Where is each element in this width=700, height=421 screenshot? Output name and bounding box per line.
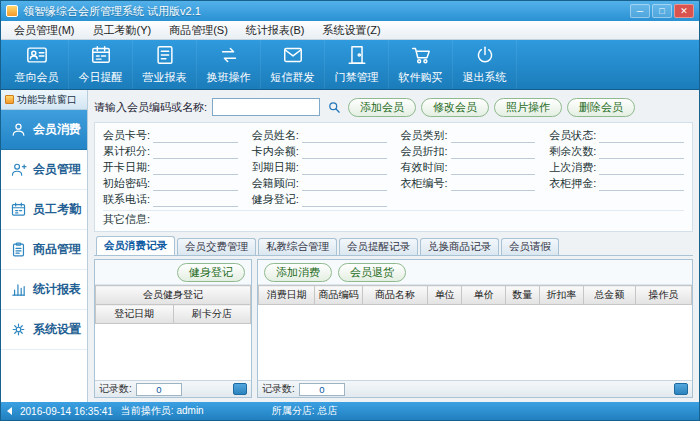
sidebar-item-goods-manage[interactable]: 商品管理 [1, 230, 87, 270]
field-label: 会员姓名: [252, 128, 299, 143]
last-consume-field: 上次消费: [549, 159, 684, 175]
sidebar: 功能导航窗口 会员消费 会员管理 员工考勤 商品管理 统计报表 [1, 90, 88, 402]
field-label: 会员折扣: [401, 144, 448, 159]
field-label: 衣柜押金: [549, 176, 596, 191]
field-label: 会员状态: [549, 128, 596, 143]
member-category-field: 会员类别: [401, 127, 536, 143]
app-window: 领智缘综合会所管理系统 试用版v2.1 ─ □ ✕ 会员管理(M) 员工考勤(Y… [0, 0, 700, 421]
toolbar-exit-system[interactable]: 退出系统 [453, 40, 517, 89]
toolbar-software-purchase[interactable]: 软件购买 [389, 40, 453, 89]
record-panels: 健身登记 会员健身登记 登记日期 刷卡分店 记录数: 0 [94, 256, 693, 398]
col-quantity[interactable]: 数量 [505, 286, 540, 305]
status-operator-label: 当前操作员: [121, 405, 174, 416]
photo-operation-button[interactable]: 照片操作 [494, 98, 562, 117]
status-operator: 当前操作员: admin [121, 404, 204, 418]
maximize-button[interactable]: □ [652, 4, 672, 18]
record-count-value: 0 [299, 383, 345, 396]
edit-member-button[interactable]: 修改会员 [421, 98, 489, 117]
tab-payment-manage[interactable]: 会员交费管理 [177, 238, 256, 255]
toolbar-today-reminder[interactable]: 今日提醒 [69, 40, 133, 89]
delete-member-button[interactable]: 删除会员 [567, 98, 635, 117]
tab-consume-records[interactable]: 会员消费记录 [96, 236, 175, 255]
field-label: 联系电话: [103, 192, 150, 207]
field-value [302, 178, 387, 191]
col-discount-rate[interactable]: 折扣率 [540, 286, 583, 305]
member-refund-button[interactable]: 会员退货 [338, 263, 406, 282]
status-nav-icon[interactable] [7, 407, 12, 415]
locker-no-field: 衣柜编号: [401, 175, 536, 191]
nav-label: 员工考勤 [33, 201, 81, 218]
sidebar-item-member-manage[interactable]: 会员管理 [1, 150, 87, 190]
field-value [153, 162, 238, 175]
menu-goods-manage[interactable]: 商品管理(S) [160, 21, 237, 39]
tab-exchange-goods-records[interactable]: 兑换商品记录 [420, 238, 499, 255]
close-button[interactable]: ✕ [674, 4, 694, 18]
sidebar-item-stats-report[interactable]: 统计报表 [1, 270, 87, 310]
col-operator[interactable]: 操作员 [635, 286, 691, 305]
toolbar-label: 门禁管理 [335, 70, 379, 85]
sms-broadcast-icon [282, 44, 304, 68]
col-checkin-branch[interactable]: 刷卡分店 [173, 305, 251, 324]
consume-panel: 添加消费 会员退货 消费日期 商品编码 商品名称 单位 [257, 259, 693, 398]
record-count-label: 记录数: [99, 382, 132, 396]
main-toolbar: 意向会员 今日提醒 营业报表 换班操作 短信群发 门禁管理 软件购买 退出系统 [1, 40, 699, 90]
pager-chip-icon[interactable] [233, 383, 247, 395]
field-label: 初始密码: [103, 176, 150, 191]
member-info-grid: 会员卡号: 会员姓名: 会员类别: 会员状态: 累计积分: 卡内余额: 会员折扣… [103, 127, 684, 207]
field-label: 累计积分: [103, 144, 150, 159]
toolbar-intent-member[interactable]: 意向会员 [5, 40, 69, 89]
field-label: 其它信息: [103, 212, 150, 227]
checkin-table-body [95, 324, 251, 380]
today-reminder-icon [90, 44, 112, 68]
add-member-button[interactable]: 添加会员 [348, 98, 416, 117]
consume-panel-toolbar: 添加消费 会员退货 [258, 260, 692, 285]
sidebar-item-staff-attendance[interactable]: 员工考勤 [1, 190, 87, 230]
field-value [302, 162, 387, 175]
col-unit-price[interactable]: 单价 [462, 286, 505, 305]
member-search-row: 请输入会员编码或名称: 添加会员 修改会员 照片操作 删除会员 [94, 95, 693, 119]
consume-table-body [258, 305, 692, 380]
toolbar-business-report[interactable]: 营业报表 [133, 40, 197, 89]
col-goods-name[interactable]: 商品名称 [362, 286, 427, 305]
toolbar-shift-change[interactable]: 换班操作 [197, 40, 261, 89]
col-unit[interactable]: 单位 [427, 286, 462, 305]
menu-member-manage[interactable]: 会员管理(M) [5, 21, 84, 39]
status-branch: 所属分店: 总店 [272, 404, 338, 418]
fitness-checkin-button[interactable]: 健身登记 [177, 263, 245, 282]
col-goods-code[interactable]: 商品编码 [315, 286, 363, 305]
col-checkin-date[interactable]: 登记日期 [96, 305, 174, 324]
tab-member-leave[interactable]: 会员请假 [501, 238, 559, 255]
nav-label: 系统设置 [33, 321, 81, 338]
field-label: 开卡日期: [103, 160, 150, 175]
field-value [302, 130, 387, 143]
contact-phone-field: 联系电话: [103, 191, 238, 207]
menu-stats-report[interactable]: 统计报表(B) [237, 21, 314, 39]
add-consume-button[interactable]: 添加消费 [264, 263, 332, 282]
main-content: 请输入会员编码或名称: 添加会员 修改会员 照片操作 删除会员 会员卡号: 会员… [88, 90, 699, 402]
membership-consultant-field: 会籍顾问: [252, 175, 387, 191]
field-value [153, 146, 238, 159]
toolbar-access-control[interactable]: 门禁管理 [325, 40, 389, 89]
toolbar-label: 退出系统 [463, 70, 507, 85]
consume-panel-footer: 记录数: 0 [258, 380, 692, 397]
access-control-icon [346, 44, 368, 68]
checkin-panel-toolbar: 健身登记 [95, 260, 251, 285]
minimize-button[interactable]: ─ [630, 4, 650, 18]
menu-system-settings[interactable]: 系统设置(Z) [314, 21, 390, 39]
member-search-input[interactable] [212, 98, 320, 116]
menu-staff-attendance[interactable]: 员工考勤(Y) [84, 21, 161, 39]
toolbar-sms-broadcast[interactable]: 短信群发 [261, 40, 325, 89]
field-value [302, 194, 387, 207]
software-purchase-icon [410, 44, 432, 68]
tab-reminder-records[interactable]: 会员提醒记录 [339, 238, 418, 255]
col-total-amount[interactable]: 总金额 [583, 286, 635, 305]
sidebar-item-member-consume[interactable]: 会员消费 [1, 110, 87, 150]
pager-chip-icon[interactable] [674, 383, 688, 395]
field-label: 有效时间: [401, 160, 448, 175]
field-value [302, 146, 387, 159]
col-consume-date[interactable]: 消费日期 [259, 286, 315, 305]
sidebar-item-system-settings[interactable]: 系统设置 [1, 310, 87, 350]
search-icon[interactable] [325, 98, 343, 116]
window-title: 领智缘综合会所管理系统 试用版v2.1 [23, 4, 201, 19]
tab-private-coach-manage[interactable]: 私教综合管理 [258, 238, 337, 255]
